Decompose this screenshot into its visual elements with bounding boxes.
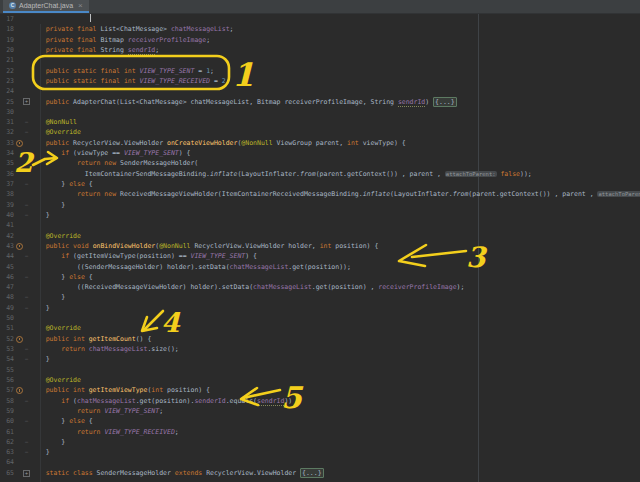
code-line-46[interactable]: 46− } else { bbox=[0, 272, 640, 282]
code-line-33[interactable]: 33 public RecyclerView.ViewHolder onCrea… bbox=[0, 138, 640, 148]
code-line-45[interactable]: 45 ((SenderMessageHolder) holder).setDat… bbox=[0, 262, 640, 272]
line-number[interactable]: 25 bbox=[0, 97, 14, 107]
line-number[interactable]: 35 bbox=[0, 158, 14, 168]
code-line-35[interactable]: 35 return new SenderMessageHolder( bbox=[0, 158, 640, 168]
code-line-18[interactable]: 18 private final List<ChatMessage> chatM… bbox=[0, 24, 640, 34]
fold-expand-icon[interactable]: + bbox=[23, 97, 30, 107]
code-line-47[interactable]: 47 ((ReceivedMessageViewHolder) holder).… bbox=[0, 282, 640, 292]
code-text[interactable]: } else { bbox=[30, 272, 93, 282]
line-number[interactable]: 39 bbox=[0, 200, 14, 210]
code-text[interactable]: public int getItemViewType(int position)… bbox=[30, 385, 210, 395]
code-line-55[interactable]: 55 bbox=[0, 365, 640, 375]
fold-collapse-icon[interactable]: − bbox=[23, 396, 30, 406]
code-text[interactable]: if (getItemViewType(position) == VIEW_TY… bbox=[30, 251, 257, 261]
overrides-method-icon[interactable] bbox=[16, 336, 23, 343]
code-line-57[interactable]: 57 public int getItemViewType(int positi… bbox=[0, 385, 640, 395]
code-line-61[interactable]: 61 return VIEW_TYPE_RECEIVED; bbox=[0, 427, 640, 437]
line-number[interactable]: 45 bbox=[0, 262, 14, 272]
code-text[interactable]: return new SenderMessageHolder( bbox=[30, 158, 198, 168]
line-number[interactable]: 17 bbox=[0, 14, 14, 24]
fold-collapse-icon[interactable]: − bbox=[23, 117, 30, 127]
code-text[interactable]: return chatMessageList.size(); bbox=[30, 344, 179, 354]
line-number[interactable]: 36 bbox=[0, 169, 14, 179]
code-line-62[interactable]: 62− } bbox=[0, 437, 640, 447]
code-text[interactable]: public void onBindViewHolder(@NonNull Re… bbox=[30, 241, 378, 251]
fold-collapse-icon[interactable]: − bbox=[23, 416, 30, 426]
line-number[interactable]: 64 bbox=[0, 457, 14, 467]
line-number[interactable]: 22 bbox=[0, 66, 14, 76]
line-number[interactable]: 30 bbox=[0, 107, 14, 117]
code-text[interactable]: if (chatMessageList.get(position).sender… bbox=[30, 396, 300, 406]
fold-collapse-icon[interactable]: − bbox=[23, 272, 30, 282]
code-text[interactable]: static class SenderMessageHolder extends… bbox=[30, 468, 324, 478]
code-area[interactable]: 1718 private final List<ChatMessage> cha… bbox=[0, 14, 640, 478]
overrides-method-icon[interactable] bbox=[16, 243, 23, 250]
code-text[interactable]: public int getItemCount() { bbox=[30, 334, 151, 344]
code-text[interactable]: } bbox=[30, 303, 50, 313]
fold-collapse-icon[interactable]: − bbox=[23, 210, 30, 220]
code-text[interactable]: private final String sendrId; bbox=[30, 45, 159, 55]
line-number[interactable]: 52 bbox=[0, 334, 14, 344]
code-text[interactable]: } bbox=[30, 200, 65, 210]
code-line-24[interactable]: 24 bbox=[0, 86, 640, 96]
line-number[interactable]: 60 bbox=[0, 416, 14, 426]
line-number[interactable]: 46 bbox=[0, 272, 14, 282]
code-text[interactable]: @Override bbox=[30, 323, 81, 333]
code-line-25[interactable]: 25+ public AdapterChat(List<ChatMessage>… bbox=[0, 97, 640, 107]
fold-collapse-icon[interactable]: − bbox=[23, 354, 30, 364]
fold-collapse-icon[interactable]: − bbox=[23, 292, 30, 302]
fold-collapse-icon[interactable]: − bbox=[23, 447, 30, 457]
fold-collapse-icon[interactable]: − bbox=[23, 437, 30, 447]
fold-collapse-icon[interactable]: − bbox=[23, 127, 30, 137]
code-text[interactable]: private final Bitmap receiverProfileImag… bbox=[30, 35, 210, 45]
line-number[interactable]: 65 bbox=[0, 468, 14, 478]
code-text[interactable]: @NonNull bbox=[30, 117, 77, 127]
code-line-40[interactable]: 40− } bbox=[0, 210, 640, 220]
code-text[interactable]: return new ReceivedMessageViewHolder(Ite… bbox=[30, 189, 640, 199]
code-line-20[interactable]: 20 private final String sendrId; bbox=[0, 45, 640, 55]
fold-slot[interactable] bbox=[23, 138, 30, 148]
code-text[interactable]: ((ReceivedMessageViewHolder) holder).set… bbox=[30, 282, 464, 292]
line-number[interactable]: 53 bbox=[0, 344, 14, 354]
line-number[interactable]: 59 bbox=[0, 406, 14, 416]
code-text[interactable]: return VIEW_TYPE_RECEIVED; bbox=[30, 427, 179, 437]
code-text[interactable]: private final List<ChatMessage> chatMess… bbox=[30, 24, 234, 34]
code-line-17[interactable]: 17 bbox=[0, 14, 640, 24]
line-number[interactable]: 51 bbox=[0, 323, 14, 333]
code-line-44[interactable]: 44− if (getItemViewType(position) == VIE… bbox=[0, 251, 640, 261]
code-line-36[interactable]: 36 ItemContainerSendMessageBinding.infla… bbox=[0, 169, 640, 179]
overrides-method-icon[interactable] bbox=[16, 387, 23, 394]
code-text[interactable]: public static final int VIEW_TYPE_RECEIV… bbox=[30, 76, 230, 86]
code-line-19[interactable]: 19 private final Bitmap receiverProfileI… bbox=[0, 35, 640, 45]
line-number[interactable]: 18 bbox=[0, 24, 14, 34]
code-text[interactable]: } else { bbox=[30, 179, 93, 189]
overrides-method-icon[interactable] bbox=[16, 140, 23, 147]
fold-collapse-icon[interactable]: − bbox=[23, 200, 30, 210]
code-line-48[interactable]: 48− } bbox=[0, 292, 640, 302]
line-number[interactable]: 48 bbox=[0, 292, 14, 302]
code-text[interactable]: return VIEW_TYPE_SENT; bbox=[30, 406, 163, 416]
fold-collapse-icon[interactable]: − bbox=[23, 148, 30, 158]
line-number[interactable]: 50 bbox=[0, 313, 14, 323]
fold-expand-icon[interactable]: + bbox=[23, 468, 30, 478]
code-text[interactable]: } bbox=[30, 354, 50, 364]
code-line-58[interactable]: 58− if (chatMessageList.get(position).se… bbox=[0, 396, 640, 406]
fold-slot[interactable] bbox=[23, 385, 30, 395]
code-text[interactable]: ItemContainerSendMessageBinding.inflate(… bbox=[30, 169, 532, 179]
fold-collapse-icon[interactable]: − bbox=[23, 344, 30, 354]
line-number[interactable]: 20 bbox=[0, 45, 14, 55]
code-text[interactable]: @Override bbox=[30, 127, 81, 137]
code-line-51[interactable]: 51 @Override bbox=[0, 323, 640, 333]
code-text[interactable]: public static final int VIEW_TYPE_SENT =… bbox=[30, 66, 214, 76]
line-number[interactable]: 33 bbox=[0, 138, 14, 148]
code-text[interactable]: } bbox=[30, 292, 65, 302]
line-number[interactable]: 55 bbox=[0, 365, 14, 375]
code-editor[interactable]: 1718 private final List<ChatMessage> cha… bbox=[0, 14, 640, 482]
line-number[interactable]: 41 bbox=[0, 220, 14, 230]
code-line-53[interactable]: 53− return chatMessageList.size(); bbox=[0, 344, 640, 354]
line-number[interactable]: 49 bbox=[0, 303, 14, 313]
code-line-31[interactable]: 31− @NonNull bbox=[0, 117, 640, 127]
code-line-38[interactable]: 38 return new ReceivedMessageViewHolder(… bbox=[0, 189, 640, 199]
code-line-50[interactable]: 50 bbox=[0, 313, 640, 323]
code-line-60[interactable]: 60− } else { bbox=[0, 416, 640, 426]
